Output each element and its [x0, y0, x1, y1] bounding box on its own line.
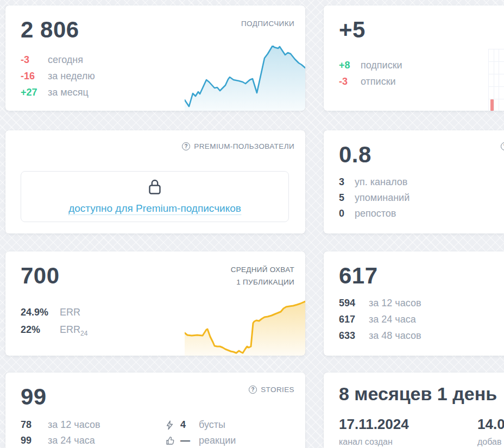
- stat-row: -16 за неделю: [21, 68, 95, 84]
- premium-locked-panel: доступно для Premium-подписчиков: [21, 171, 289, 222]
- channel-added-label: добав: [477, 437, 504, 447]
- stat-value: 0: [339, 208, 355, 219]
- stat-label: за 24 часа: [369, 314, 416, 325]
- channel-added-col: 14.0 добав: [477, 416, 504, 447]
- card-premium-users: ? PREMIUM-ПОЛЬЗОВАТЕЛИ доступно для Prem…: [5, 130, 305, 234]
- card-channel-age: 8 месяцев 1 день 17.11.2024 канал создан…: [324, 373, 504, 448]
- stat-label: за неделю: [48, 71, 95, 82]
- bar-negative: [490, 99, 494, 111]
- stat-row: — реакции: [166, 433, 236, 448]
- stat-row: +8 подписки: [339, 57, 402, 73]
- stories-card-title: STORIES: [261, 386, 294, 394]
- stat-row: 0 репостов: [339, 206, 410, 222]
- stat-value: 22%: [21, 324, 60, 336]
- stat-row: -3 сегодня: [21, 52, 95, 68]
- card-subscribers: ПОДПИСЧИКИ 2 806 -3 сегодня -16 за недел…: [5, 5, 305, 111]
- stat-label: репостов: [355, 208, 396, 219]
- stat-label: отписки: [361, 76, 396, 87]
- subscribers-card-title: ПОДПИСЧИКИ: [241, 20, 294, 28]
- card-last-post-reach: 617 594 за 12 часов 617 за 24 часа 633 з…: [324, 251, 504, 356]
- stat-row: +27 за месяц: [21, 84, 95, 100]
- bolt-icon: [166, 420, 180, 430]
- help-icon[interactable]: ?: [249, 386, 257, 394]
- stat-value: 99: [21, 435, 48, 446]
- premium-card-header: ? PREMIUM-ПОЛЬЗОВАТЕЛИ: [182, 142, 294, 150]
- stat-label: за 12 часов: [369, 298, 421, 309]
- daily-bars-chart: [488, 49, 504, 111]
- stat-row: 99 за 24 часа: [21, 433, 100, 448]
- stat-value: 5: [339, 192, 355, 204]
- stat-label: за месяц: [48, 87, 89, 98]
- stat-value: +8: [339, 60, 361, 71]
- stat-value: +27: [21, 87, 48, 98]
- stat-row: -3 отписки: [339, 73, 402, 90]
- stat-value: 4: [180, 419, 199, 431]
- stat-label: упоминаний: [355, 192, 410, 204]
- stat-value: 3: [339, 176, 355, 188]
- stat-row: 594 за 12 часов: [339, 295, 421, 311]
- stat-row: 24.9% ERR: [21, 304, 87, 321]
- stat-label: ERR: [60, 307, 80, 318]
- stories-card-header: ? STORIES: [249, 386, 294, 394]
- stat-label-sub: 24: [80, 330, 87, 338]
- net-change-stats: +8 подписки -3 отписки: [339, 57, 402, 90]
- channel-age-value: 8 месяцев 1 день: [339, 383, 497, 405]
- stat-row: 78 за 12 часов: [21, 417, 100, 433]
- stat-row: 617 за 24 часа: [339, 311, 421, 327]
- stat-value: 594: [339, 298, 369, 309]
- stat-label: бусты: [199, 419, 225, 431]
- channel-created-col: 17.11.2024 канал создан: [339, 416, 409, 447]
- reach-sparkline-chart: [185, 296, 305, 356]
- premium-subscribe-link[interactable]: доступно для Premium-подписчиков: [68, 202, 241, 216]
- stat-row: 4 бусты: [166, 417, 236, 433]
- stories-extra-stats: 4 бусты — реакции: [166, 417, 236, 448]
- net-change-value: +5: [339, 17, 366, 42]
- thumb-icon: [166, 436, 180, 445]
- stories-stats: 78 за 12 часов 99 за 24 часа: [21, 417, 100, 448]
- stat-value: -16: [21, 71, 48, 82]
- stat-label: сегодня: [48, 54, 83, 66]
- subscribers-stats: -3 сегодня -16 за неделю +27 за месяц: [21, 52, 95, 100]
- card-avg-reach: СРЕДНИЙ ОХВАТ 1 ПУБЛИКАЦИИ 700 24.9% ERR…: [5, 251, 305, 356]
- avg-reach-stats: 24.9% ERR 22% ERR 24: [21, 304, 87, 338]
- stat-value: -3: [339, 76, 361, 87]
- help-icon[interactable]: ?: [182, 142, 190, 150]
- subscribers-count: 2 806: [21, 17, 79, 42]
- stat-value: 617: [339, 314, 369, 325]
- stat-label: подписки: [361, 60, 402, 71]
- tgstat-dashboard: { "cards": { "subscribers": { "title": "…: [0, 0, 504, 448]
- stat-row: 633 за 48 часов: [339, 327, 421, 344]
- stat-value: 24.9%: [21, 307, 60, 318]
- stat-label: реакции: [199, 435, 236, 446]
- avg-reach-value: 700: [21, 263, 60, 288]
- avg-reach-title-line1: СРЕДНИЙ ОХВАТ: [231, 263, 294, 276]
- avg-reach-card-title: СРЕДНИЙ ОХВАТ 1 ПУБЛИКАЦИИ: [231, 263, 294, 288]
- stat-value: —: [180, 435, 199, 446]
- citation-index-value: 0.8: [339, 142, 371, 167]
- stat-label: за 24 часа: [48, 435, 95, 446]
- last-post-reach-stats: 594 за 12 часов 617 за 24 часа 633 за 48…: [339, 295, 421, 344]
- stat-row: 22% ERR 24: [21, 321, 87, 338]
- help-icon[interactable]: ?: [501, 142, 504, 150]
- channel-created-label: канал создан: [339, 437, 409, 447]
- subscribers-sparkline-chart: [185, 46, 305, 111]
- stories-count: 99: [21, 384, 47, 409]
- stat-value: 78: [21, 419, 48, 431]
- lock-icon: [147, 178, 163, 198]
- stat-label: за 12 часов: [48, 419, 100, 431]
- stat-row: 3 уп. каналов: [339, 174, 410, 190]
- channel-added-date: 14.0: [477, 416, 504, 433]
- premium-card-title: PREMIUM-ПОЛЬЗОВАТЕЛИ: [194, 142, 294, 150]
- last-post-reach-value: 617: [339, 263, 378, 288]
- card-stories: ? STORIES 99 78 за 12 часов 99 за 24 час…: [5, 373, 305, 448]
- stat-label: уп. каналов: [355, 176, 407, 188]
- citation-stats: 3 уп. каналов 5 упоминаний 0 репостов: [339, 174, 410, 222]
- stat-value: 633: [339, 330, 369, 342]
- channel-created-date: 17.11.2024: [339, 416, 409, 433]
- stat-label: ERR: [60, 324, 80, 336]
- card-net-change: +5 +8 подписки -3 отписки: [324, 5, 504, 111]
- card-citation-index: ? 0.8 3 уп. каналов 5 упоминаний 0 репос…: [324, 130, 504, 234]
- stat-value: -3: [21, 54, 48, 66]
- avg-reach-title-line2: 1 ПУБЛИКАЦИИ: [231, 276, 294, 288]
- stat-row: 5 упоминаний: [339, 190, 410, 206]
